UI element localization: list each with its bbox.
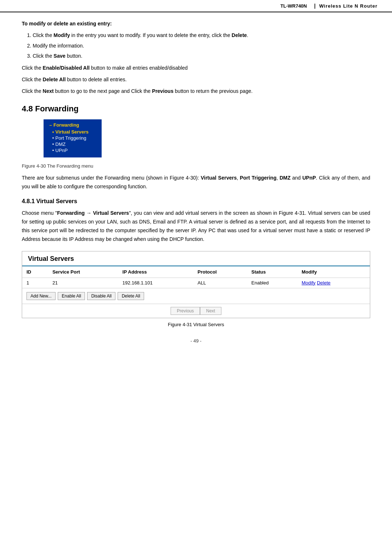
menu-item-virtual-servers[interactable]: • Virtual Servers — [52, 129, 96, 135]
bold-upnp: UPnP — [302, 175, 316, 181]
vs-table-header: ID Service Port IP Address Protocol Stat… — [22, 266, 370, 278]
vs-action-buttons: Add New... Enable All Disable All Delete… — [22, 288, 370, 304]
menu-item-dmz[interactable]: • DMZ — [52, 141, 96, 147]
header-description: Wireless Lite N Router — [319, 3, 377, 9]
enable-all-button[interactable]: Enable All — [58, 292, 85, 300]
previous-bold: Previous — [152, 88, 173, 94]
dot-icon-pt: • — [52, 135, 54, 141]
para-delete-all: Click the Delete All button to delete al… — [22, 75, 370, 83]
header-model: TL-WR740N — [281, 3, 307, 9]
dot-icon-upnp: • — [52, 148, 54, 153]
cell-ip-address: 192.168.1.101 — [118, 278, 193, 288]
virtual-servers-widget: Virtual Servers ID Service Port IP Addre… — [22, 251, 370, 318]
next-bold: Next — [43, 88, 54, 94]
cell-modify-delete: Modify Delete — [297, 278, 370, 288]
bold-virtual-servers: Virtual Servers — [201, 175, 237, 181]
step3-bold: Save — [54, 53, 66, 59]
previous-button[interactable]: Previous — [171, 307, 200, 315]
step-1: Click the Modify in the entry you want t… — [33, 31, 370, 39]
step1-bold1: Modify — [54, 32, 70, 38]
intro-section: To modify or delete an existing entry: C… — [22, 20, 370, 95]
delete-all-bold: Delete All — [43, 77, 66, 82]
section-48-heading: 4.8 Forwarding — [22, 104, 370, 114]
disable-all-button[interactable]: Disable All — [87, 292, 115, 300]
menu-item-dmz-label: DMZ — [56, 141, 66, 147]
step-2: Modify the information. — [33, 42, 370, 50]
vs-table: ID Service Port IP Address Protocol Stat… — [22, 266, 370, 288]
figure-430-caption: Figure 4-30 The Forwarding menu — [22, 163, 370, 169]
delete-link[interactable]: Delete — [317, 280, 331, 286]
menu-item-upnp[interactable]: • UPnP — [52, 148, 96, 153]
cell-id: 1 — [22, 278, 48, 288]
vs-title-text: Virtual Servers — [28, 255, 74, 262]
delete-all-button[interactable]: Delete All — [118, 292, 144, 300]
para-next-previous: Click the Next button to go to the next … — [22, 87, 370, 95]
main-content: To modify or delete an existing entry: C… — [0, 12, 392, 365]
page-header: TL-WR740N | Wireless Lite N Router — [0, 0, 392, 12]
bold-port-triggering: Port Triggering — [240, 175, 277, 181]
forwarding-menu-box: – Forwarding • Virtual Servers • Port Tr… — [44, 119, 102, 157]
dot-icon-vs: • — [52, 129, 54, 135]
page-number: - 49 - — [22, 338, 370, 351]
section-481-heading: 4.8.1 Virtual Servers — [22, 198, 370, 205]
add-new-button[interactable]: Add New... — [26, 292, 56, 300]
bold-dmz: DMZ — [279, 175, 290, 181]
col-status: Status — [247, 266, 298, 278]
section-48: 4.8 Forwarding – Forwarding • Virtual Se… — [22, 104, 370, 191]
next-button[interactable]: Next — [200, 307, 221, 315]
step-3: Click the Save button. — [33, 52, 370, 60]
section-481-description: Choose menu "Forwarding → Virtual Server… — [22, 209, 370, 243]
figure-431-caption: Figure 4-31 Virtual Servers — [22, 322, 370, 327]
menu-item-upnp-label: UPnP — [56, 148, 68, 153]
menu-title: – Forwarding — [49, 122, 96, 128]
forwarding-menu-figure: – Forwarding • Virtual Servers • Port Tr… — [44, 119, 370, 161]
vs-header-row: ID Service Port IP Address Protocol Stat… — [22, 266, 370, 278]
vs-table-body: 1 21 192.168.1.101 ALL Enabled Modify De… — [22, 278, 370, 288]
menu-item-port-triggering[interactable]: • Port Triggering — [52, 135, 96, 141]
menu-item-pt-label: Port Triggering — [56, 135, 86, 141]
dash-icon: – — [49, 122, 52, 128]
col-protocol: Protocol — [193, 266, 247, 278]
col-modify: Modify — [297, 266, 370, 278]
menu-item-vs-label: Virtual Servers — [56, 129, 89, 135]
choose-bold-forwarding: Forwarding — [57, 210, 85, 216]
para-enable-disable: Click the Enable/Disabled All button to … — [22, 64, 370, 72]
dot-icon-dmz: • — [52, 141, 54, 147]
choose-bold-virtual-servers: Virtual Servers — [93, 210, 129, 216]
menu-title-label: Forwarding — [53, 122, 79, 128]
col-service-port: Service Port — [48, 266, 118, 278]
col-id: ID — [22, 266, 48, 278]
cell-status: Enabled — [247, 278, 298, 288]
page-wrapper: TL-WR740N | Wireless Lite N Router To mo… — [0, 0, 392, 554]
cell-protocol: ALL — [193, 278, 247, 288]
steps-list: Click the Modify in the entry you want t… — [33, 31, 370, 60]
cell-service-port: 21 — [48, 278, 118, 288]
enable-disabled-all-bold: Enable/Disabled All — [43, 65, 90, 71]
vs-title-bar: Virtual Servers — [22, 251, 370, 266]
col-ip-address: IP Address — [118, 266, 193, 278]
modify-heading: To modify or delete an existing entry: — [22, 21, 112, 26]
vs-pagination: Previous Next — [22, 304, 370, 318]
section-481: 4.8.1 Virtual Servers Choose menu "Forwa… — [22, 198, 370, 327]
section-48-description: There are four submenus under the Forwar… — [22, 174, 370, 191]
step1-bold2: Delete — [232, 32, 247, 38]
table-row: 1 21 192.168.1.101 ALL Enabled Modify De… — [22, 278, 370, 288]
modify-link[interactable]: Modify — [302, 280, 315, 286]
